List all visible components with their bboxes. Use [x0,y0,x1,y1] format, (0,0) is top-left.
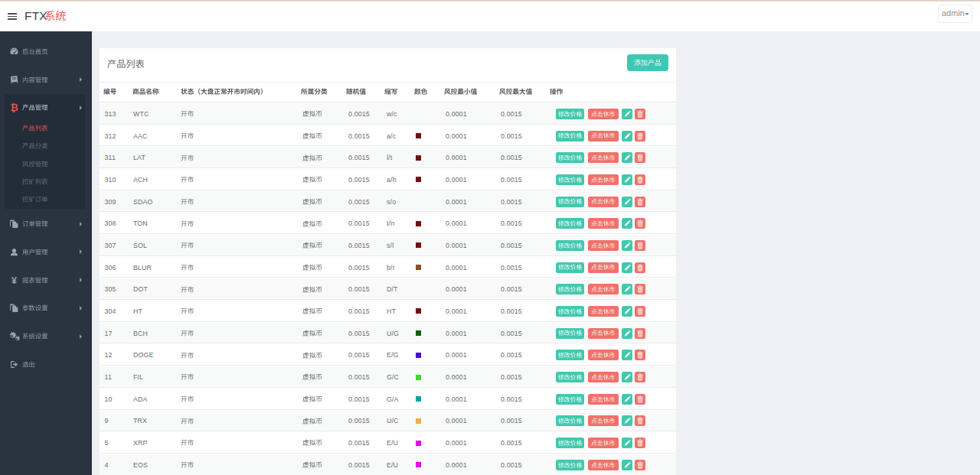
svg-text:₿: ₿ [10,102,18,113]
svg-text:¥: ¥ [11,275,17,285]
